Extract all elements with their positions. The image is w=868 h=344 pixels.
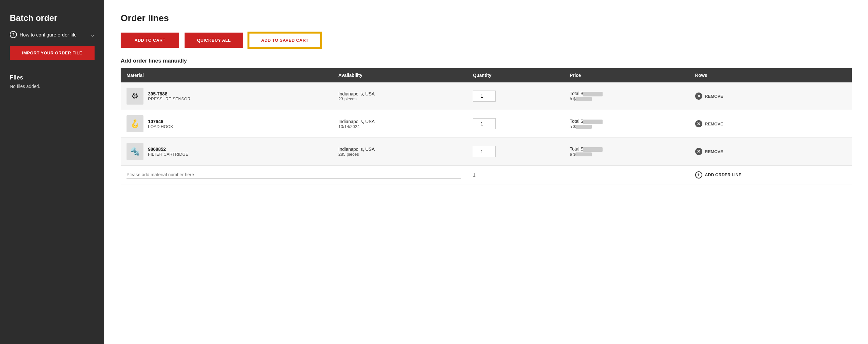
table-row: 🪝 107646 LOAD HOOK Indianapolis, USA 10/… [121,110,852,138]
avail-location-2: Indianapolis, USA [338,147,461,152]
remove-cell-0[interactable]: ✕ REMOVE [689,82,852,110]
remove-button-1[interactable]: ✕ REMOVE [695,120,846,127]
remove-label-2: REMOVE [705,149,723,154]
remove-button-0[interactable]: ✕ REMOVE [695,93,846,100]
add-order-line-cell[interactable]: + ADD ORDER LINE [689,166,852,184]
col-quantity: Quantity [467,68,564,82]
table-header-row: Material Availability Quantity Price Row… [121,68,852,82]
action-buttons-row: ADD TO CART QUICKBUY ALL ADD TO SAVED CA… [121,33,852,48]
product-id-1: 107646 [148,119,173,124]
price-unit-value-0 [576,97,592,101]
col-price: Price [564,68,689,82]
price-unit-value-1 [576,125,592,129]
availability-cell-0: Indianapolis, USA 23 pieces [333,82,467,110]
price-cell-0: Total $ à $ [564,82,689,110]
table-row: ⚙ 395-7888 PRESSURE SENSOR Indianapolis,… [121,82,852,110]
files-empty-message: No files added. [10,84,95,89]
add-material-input[interactable] [126,171,461,179]
price-cell-1: Total $ à $ [564,110,689,138]
add-line-input-cell[interactable] [121,166,467,184]
avail-sub-2: 285 pieces [338,152,461,157]
quantity-input-2[interactable] [473,146,496,157]
col-material: Material [121,68,333,82]
main-content: Order lines ADD TO CART QUICKBUY ALL ADD… [104,0,868,344]
add-to-cart-button[interactable]: ADD TO CART [121,33,179,48]
price-total-label-0: Total $ [570,91,583,96]
product-id-0: 395-7888 [148,91,190,96]
remove-button-2[interactable]: ✕ REMOVE [695,148,846,155]
material-cell-2: 🔩 9868852 FILTER CARTRIDGE [121,138,333,166]
product-name-2: FILTER CARTRIDGE [148,152,188,157]
product-name-0: PRESSURE SENSOR [148,96,190,101]
price-unit-label-0: à $ [570,96,576,101]
quantity-input-0[interactable] [473,91,496,102]
product-name-1: LOAD HOOK [148,124,173,129]
remove-label-1: REMOVE [705,122,723,127]
quantity-cell-2[interactable] [467,138,564,166]
quantity-cell-1[interactable] [467,110,564,138]
price-total-label-2: Total $ [570,146,583,151]
avail-sub-0: 23 pieces [338,96,461,101]
material-cell-1: 🪝 107646 LOAD HOOK [121,110,333,138]
add-order-line-label: ADD ORDER LINE [705,172,742,177]
availability-cell-2: Indianapolis, USA 285 pieces [333,138,467,166]
add-line-qty-cell: 1 [467,166,564,184]
files-title: Files [10,74,95,81]
col-rows: Rows [689,68,852,82]
col-availability: Availability [333,68,467,82]
add-to-saved-cart-button[interactable]: ADD TO SAVED CART [248,33,321,48]
add-order-line-button[interactable]: + ADD ORDER LINE [695,171,742,178]
page-title: Order lines [121,13,852,24]
table-row: 🔩 9868852 FILTER CARTRIDGE Indianapolis,… [121,138,852,166]
quantity-input-1[interactable] [473,118,496,129]
price-unit-label-2: à $ [570,152,576,157]
remove-icon-2: ✕ [695,148,702,155]
avail-location-1: Indianapolis, USA [338,119,461,124]
remove-cell-2[interactable]: ✕ REMOVE [689,138,852,166]
sidebar-title: Batch order [10,13,95,23]
price-unit-label-1: à $ [570,124,576,129]
order-lines-table: Material Availability Quantity Price Row… [121,68,852,184]
avail-location-0: Indianapolis, USA [338,91,461,96]
configure-order-file[interactable]: ? How to configure order file ⌄ [10,31,95,38]
add-order-line-row: 1 + ADD ORDER LINE [121,166,852,184]
product-image-0: ⚙ [126,88,144,105]
add-line-empty-cell [564,166,689,184]
manual-section-title: Add order lines manually [121,58,852,64]
configure-label: How to configure order file [20,32,76,37]
sidebar: Batch order ? How to configure order fil… [0,0,104,344]
quantity-cell-0[interactable] [467,82,564,110]
add-circle-icon: + [695,171,702,178]
price-cell-2: Total $ à $ [564,138,689,166]
remove-label-0: REMOVE [705,94,723,99]
remove-cell-1[interactable]: ✕ REMOVE [689,110,852,138]
quickbuy-all-button[interactable]: QUICKBUY ALL [185,33,243,48]
remove-icon-0: ✕ [695,93,702,100]
material-cell-0: ⚙ 395-7888 PRESSURE SENSOR [121,82,333,110]
price-unit-value-2 [576,152,592,157]
price-total-label-1: Total $ [570,118,583,124]
price-total-value-0 [583,92,602,96]
remove-icon-1: ✕ [695,120,702,127]
price-total-value-1 [583,119,602,124]
product-id-2: 9868852 [148,147,188,152]
availability-cell-1: Indianapolis, USA 10/14/2024 [333,110,467,138]
chevron-down-icon: ⌄ [90,32,95,38]
import-order-file-button[interactable]: IMPORT YOUR ORDER FILE [10,46,95,60]
avail-sub-1: 10/14/2024 [338,124,461,129]
files-section: Files No files added. [10,74,95,89]
add-line-qty-value: 1 [473,172,475,177]
product-image-2: 🔩 [126,143,144,160]
product-image-1: 🪝 [126,115,144,132]
question-icon: ? [10,31,17,38]
price-total-value-2 [583,147,602,152]
